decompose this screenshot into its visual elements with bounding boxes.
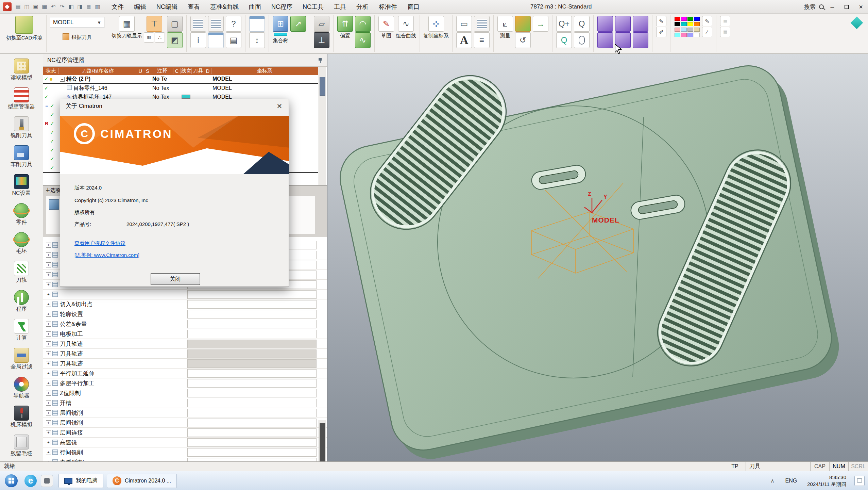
- list-view-icon[interactable]: [208, 16, 224, 32]
- undo-icon[interactable]: ↶: [49, 2, 58, 11]
- expand-icon[interactable]: +: [46, 331, 51, 337]
- sidebar-item-machine-sim[interactable]: 机床模拟: [0, 402, 43, 431]
- swoosh-icon[interactable]: ∿: [355, 32, 371, 48]
- color-green[interactable]: [687, 17, 693, 21]
- menu-nc-tools[interactable]: NC工具: [303, 3, 324, 11]
- scrollbar-thumb[interactable]: [320, 423, 325, 461]
- param-row[interactable]: +Z值限制: [43, 388, 327, 398]
- open-file-icon[interactable]: ◫: [22, 2, 31, 11]
- sidebar-item-calculate[interactable]: 计算: [0, 315, 43, 344]
- pinned-app-button[interactable]: [39, 473, 55, 489]
- zoom-icon[interactable]: Q: [574, 16, 590, 32]
- side-view-icon[interactable]: [615, 32, 631, 48]
- search-icon[interactable]: [819, 4, 824, 9]
- color-lightblue[interactable]: [681, 28, 687, 32]
- sidebar-item-lathe-tools[interactable]: 车削刀具: [0, 142, 43, 171]
- model-canvas[interactable]: Z Y MODEL: [327, 54, 868, 461]
- hamburger-icon[interactable]: ≣: [720, 16, 730, 26]
- viewport-3d[interactable]: Z Y MODEL: [327, 54, 868, 461]
- menu-standard-parts[interactable]: 标准件: [379, 3, 397, 11]
- tray-expand-icon[interactable]: ∧: [765, 478, 780, 484]
- param-value-cell[interactable]: [187, 290, 317, 299]
- menu-file[interactable]: 文件: [112, 3, 124, 11]
- param-value-cell[interactable]: [187, 359, 317, 368]
- expand-icon[interactable]: +: [46, 272, 51, 277]
- param-value-cell[interactable]: [187, 310, 317, 318]
- teal-star-icon[interactable]: [851, 17, 863, 29]
- color-tan[interactable]: [694, 28, 700, 32]
- param-value-cell[interactable]: [187, 389, 317, 397]
- shaded-cube-icon[interactable]: ◩: [167, 32, 183, 48]
- color-lightred[interactable]: [675, 28, 680, 32]
- expand-icon[interactable]: +: [46, 351, 51, 356]
- tool-display-icon[interactable]: ⊤: [147, 16, 162, 32]
- menu-analysis[interactable]: 分析: [356, 3, 369, 11]
- expand-icon[interactable]: +: [46, 440, 51, 445]
- param-value-cell[interactable]: [187, 399, 317, 407]
- menu-edit[interactable]: 编辑: [134, 3, 146, 11]
- expand-icon[interactable]: +: [46, 381, 51, 386]
- color-pencil-icon[interactable]: ✎: [702, 16, 712, 26]
- split-view-icon[interactable]: [249, 16, 265, 32]
- param-row[interactable]: +公差&余量: [43, 319, 327, 329]
- param-value-cell[interactable]: [187, 409, 317, 417]
- drill-icon[interactable]: ⊥: [314, 32, 329, 48]
- param-row[interactable]: +电极加工: [43, 329, 327, 339]
- model-select[interactable]: MODEL ▼: [50, 17, 104, 28]
- param-row[interactable]: +轮廓设置: [43, 309, 327, 319]
- sidebar-item-toolpath[interactable]: 刀轨: [0, 258, 43, 287]
- color-yellow[interactable]: [687, 22, 693, 26]
- menu-nc-edit[interactable]: NC编辑: [156, 3, 177, 11]
- maximize-button[interactable]: [839, 0, 854, 14]
- expand-icon[interactable]: +: [46, 312, 51, 317]
- start-button[interactable]: [0, 471, 22, 490]
- back-view-icon[interactable]: [633, 16, 648, 32]
- copy-icon[interactable]: ◨: [75, 2, 84, 11]
- param-value-cell[interactable]: [187, 330, 317, 338]
- color-black[interactable]: [675, 22, 680, 26]
- sidebar-item-rest-stock[interactable]: 残留毛坯: [0, 431, 43, 460]
- switch-to-cad-button[interactable]: 切换至CAD环境: [5, 16, 43, 40]
- info-icon[interactable]: i: [190, 32, 206, 48]
- expand-icon[interactable]: +: [46, 430, 51, 435]
- redo-icon[interactable]: ↷: [58, 2, 67, 11]
- color-blue[interactable]: [694, 17, 700, 21]
- rotate-icon[interactable]: ↺: [515, 32, 531, 48]
- report-icon[interactable]: ▤: [226, 32, 241, 48]
- menu-surface[interactable]: 曲面: [249, 3, 261, 11]
- param-row[interactable]: +查看/编辑: [43, 457, 327, 461]
- edge-browser-button[interactable]: e: [22, 473, 39, 489]
- dialog-close-icon[interactable]: ✕: [274, 102, 285, 111]
- expand-icon[interactable]: +: [46, 371, 51, 376]
- combine-curve-icon[interactable]: ∿: [398, 16, 414, 32]
- options-tab[interactable]: 主选项: [45, 187, 61, 194]
- param-value-cell[interactable]: [187, 428, 317, 437]
- param-row[interactable]: +刀具轨迹: [43, 339, 327, 349]
- expand-icon[interactable]: +: [46, 262, 51, 267]
- color-strip-icon[interactable]: [274, 33, 287, 36]
- window-layout-icon[interactable]: [208, 32, 224, 48]
- expand-icon[interactable]: +: [46, 252, 51, 258]
- sidebar-item-global-filter[interactable]: 全局过滤: [0, 344, 43, 373]
- minimize-button[interactable]: –: [825, 0, 839, 14]
- ucs-icon[interactable]: ⊹: [428, 16, 444, 32]
- param-row[interactable]: +多层平行加工: [43, 378, 327, 388]
- titlebar-search[interactable]: 搜索: [804, 0, 824, 14]
- table-row[interactable]: ✓ −精公 (2 P) No Te MODEL: [43, 75, 318, 84]
- param-row[interactable]: +行间铣削: [43, 447, 327, 457]
- expand-icon[interactable]: +: [46, 341, 51, 346]
- vertical-measure-icon[interactable]: ↕: [249, 32, 265, 48]
- surface-icon[interactable]: ◠: [355, 16, 371, 32]
- help-icon[interactable]: ?: [226, 16, 241, 32]
- hamburger2-icon[interactable]: ≣: [720, 27, 730, 37]
- website-link[interactable]: [思美创: www.Cimatron.com]: [74, 252, 139, 259]
- mouse-settings-icon[interactable]: [574, 32, 590, 48]
- param-row[interactable]: +高速铣: [43, 438, 327, 447]
- param-value-cell[interactable]: [187, 379, 317, 388]
- param-row[interactable]: +层间铣削: [43, 408, 327, 418]
- pen-icon[interactable]: ✎: [656, 16, 666, 26]
- iso-view-icon[interactable]: [597, 16, 613, 32]
- zoom-in-icon[interactable]: Q+: [556, 16, 572, 32]
- color-orange[interactable]: [694, 22, 700, 26]
- top-view-icon[interactable]: [615, 16, 631, 32]
